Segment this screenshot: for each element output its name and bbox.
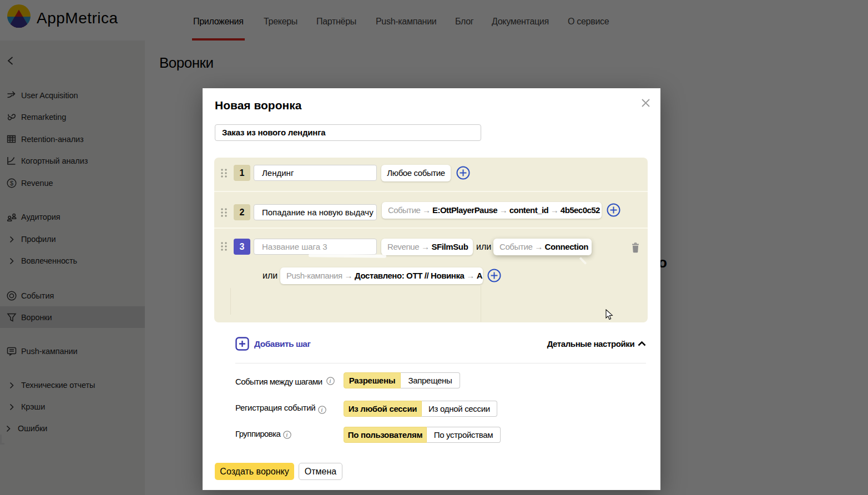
svg-text:i: i [330,378,331,384]
svg-text:i: i [286,432,288,438]
svg-text:i: i [321,407,323,413]
